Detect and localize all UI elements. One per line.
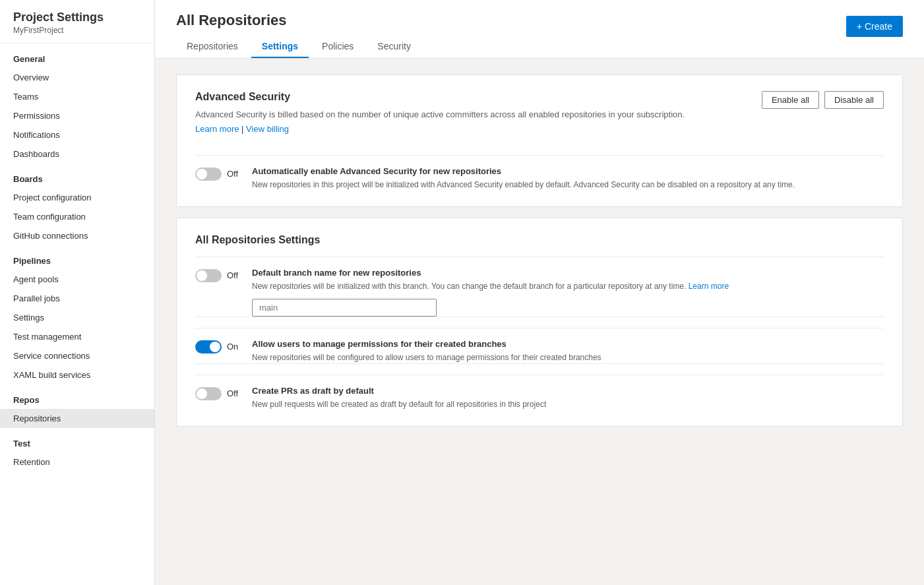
sidebar-item-github-connections[interactable]: GitHub connections <box>0 226 154 245</box>
all-repos-settings-title: All Repositories Settings <box>195 234 884 246</box>
sidebar-item-teams[interactable]: Teams <box>0 87 154 106</box>
card-header-row: Advanced Security Advanced Security is b… <box>195 91 884 144</box>
advanced-security-header-left: Advanced Security Advanced Security is b… <box>195 91 685 144</box>
tab-policies[interactable]: Policies <box>311 36 364 58</box>
disable-all-button[interactable]: Disable all <box>824 91 884 109</box>
advanced-security-action-buttons: Enable all Disable all <box>762 91 884 109</box>
advanced-security-toggle[interactable] <box>195 168 222 181</box>
advanced-security-toggle-desc: New repositories in this project will be… <box>252 179 795 191</box>
toggle-content-allow-users-permissions: Allow users to manage permissions for th… <box>252 339 601 363</box>
setting-title-allow-users-permissions: Allow users to manage permissions for th… <box>252 339 601 349</box>
sidebar-item-team-configuration[interactable]: Team configuration <box>0 207 154 226</box>
sidebar-item-permissions[interactable]: Permissions <box>0 106 154 125</box>
main-header: All Repositories RepositoriesSettingsPol… <box>155 0 924 59</box>
toggle-thumb-allow-users-permissions <box>210 342 220 352</box>
sidebar-section-label-test: Test <box>0 428 154 452</box>
toggle-label-default-branch: Off <box>227 270 238 280</box>
advanced-security-toggle-label: Off <box>227 169 238 179</box>
setting-row-default-branch: OffDefault branch name for new repositor… <box>195 257 884 317</box>
advanced-security-toggle-thumb <box>197 169 207 179</box>
toggle-content-default-branch: Default branch name for new repositories… <box>252 268 729 317</box>
tabs: RepositoriesSettingsPoliciesSecurity <box>176 36 424 58</box>
advanced-security-toggle-wrap: Off <box>195 168 241 181</box>
toggle-allow-users-permissions[interactable] <box>195 340 222 354</box>
toggle-label-draft-pr: Off <box>227 388 238 398</box>
tab-repositories[interactable]: Repositories <box>176 36 249 58</box>
setting-title-default-branch: Default branch name for new repositories <box>252 268 729 278</box>
toggle-wrap-allow-users-permissions: On <box>195 340 241 354</box>
learn-more-link[interactable]: Learn more <box>195 124 239 134</box>
sidebar-item-retention[interactable]: Retention <box>0 452 154 472</box>
advanced-security-card: Advanced Security Advanced Security is b… <box>176 75 903 207</box>
create-button[interactable]: + Create <box>846 16 903 37</box>
setting-title-draft-pr: Create PRs as draft by default <box>252 386 546 396</box>
tab-settings[interactable]: Settings <box>251 36 309 58</box>
sidebar-item-test-management[interactable]: Test management <box>0 327 154 346</box>
setting-row-draft-pr: OffCreate PRs as draft by defaultNew pul… <box>195 375 884 410</box>
main-content: Advanced Security Advanced Security is b… <box>155 59 924 443</box>
view-billing-link[interactable]: View billing <box>246 124 289 134</box>
branch-name-input[interactable] <box>252 299 437 317</box>
sidebar-item-agent-pools[interactable]: Agent pools <box>0 270 154 289</box>
sidebar-item-overview[interactable]: Overview <box>0 68 154 87</box>
setting-link-default-branch[interactable]: Learn more <box>689 282 729 291</box>
setting-desc-default-branch: New repositories will be initialized wit… <box>252 280 729 292</box>
tab-security[interactable]: Security <box>367 36 421 58</box>
sidebar-section-label-general: General <box>0 44 154 68</box>
advanced-security-toggle-title: Automatically enable Advanced Security f… <box>252 166 795 176</box>
toggle-wrap-draft-pr: Off <box>195 387 241 400</box>
sidebar-item-repositories[interactable]: Repositories <box>0 409 154 428</box>
setting-row-allow-users-permissions: OnAllow users to manage permissions for … <box>195 328 884 363</box>
main-content-area: All Repositories RepositoriesSettingsPol… <box>155 0 924 585</box>
sidebar-item-project-configuration[interactable]: Project configuration <box>0 188 154 207</box>
toggle-label-allow-users-permissions: On <box>227 342 238 352</box>
toggle-content-draft-pr: Create PRs as draft by defaultNew pull r… <box>252 386 546 410</box>
sidebar-header: Project Settings MyFirstProject <box>0 0 154 44</box>
advanced-security-toggle-row: Off Automatically enable Advanced Securi… <box>195 155 884 191</box>
sidebar: Project Settings MyFirstProject GeneralO… <box>0 0 155 585</box>
toggle-wrap-default-branch: Off <box>195 269 241 282</box>
toggle-thumb-default-branch <box>197 270 207 281</box>
sidebar-section-label-repos: Repos <box>0 385 154 409</box>
all-repos-settings-card: All Repositories Settings OffDefault bra… <box>176 218 903 427</box>
sidebar-title: Project Settings <box>13 11 141 24</box>
enable-all-button[interactable]: Enable all <box>762 91 819 109</box>
setting-desc-allow-users-permissions: New repositories will be configured to a… <box>252 352 601 363</box>
advanced-security-toggle-content: Automatically enable Advanced Security f… <box>252 166 795 191</box>
toggle-draft-pr[interactable] <box>195 387 222 400</box>
sidebar-subtitle: MyFirstProject <box>13 26 141 35</box>
sidebar-item-dashboards[interactable]: Dashboards <box>0 144 154 164</box>
advanced-security-links: Learn more | View billing <box>195 124 685 134</box>
sidebar-item-notifications[interactable]: Notifications <box>0 125 154 144</box>
sidebar-section-label-pipelines: Pipelines <box>0 245 154 270</box>
sidebar-item-service-connections[interactable]: Service connections <box>0 346 154 365</box>
sidebar-item-settings[interactable]: Settings <box>0 308 154 327</box>
sidebar-item-xaml-build-services[interactable]: XAML build services <box>0 365 154 385</box>
toggle-thumb-draft-pr <box>197 388 207 399</box>
advanced-security-desc: Advanced Security is billed based on the… <box>195 108 685 121</box>
sidebar-item-parallel-jobs[interactable]: Parallel jobs <box>0 289 154 308</box>
advanced-security-title: Advanced Security <box>195 91 685 103</box>
toggle-default-branch[interactable] <box>195 269 222 282</box>
sidebar-section-label-boards: Boards <box>0 164 154 188</box>
setting-desc-draft-pr: New pull requests will be created as dra… <box>252 398 546 410</box>
main-header-left: All Repositories RepositoriesSettingsPol… <box>176 12 424 58</box>
page-title: All Repositories <box>176 12 424 29</box>
